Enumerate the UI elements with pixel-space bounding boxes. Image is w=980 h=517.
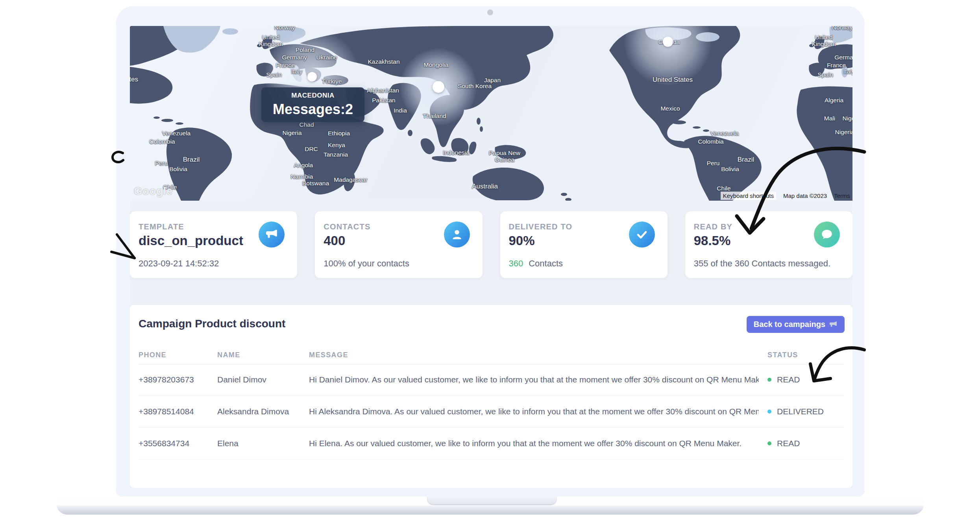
map-country-label: France xyxy=(827,62,846,68)
map-country-label: Ukraine xyxy=(316,54,337,61)
map-country-label: South Korea xyxy=(458,83,492,89)
cell-status: READ xyxy=(759,375,844,384)
stat-card-template: TEMPLATE disc_on_product 2023-09-21 14:5… xyxy=(130,211,297,278)
stat-subtext-label: Contacts xyxy=(529,258,563,268)
map-copyright: Map data ©2023 xyxy=(783,192,827,199)
map-country-label: Afghanistan xyxy=(367,87,399,94)
map-country-label: DRC xyxy=(305,146,318,152)
back-to-campaigns-button[interactable]: Back to campaings xyxy=(747,316,845,333)
map-country-label: Tanzania xyxy=(324,151,348,158)
cell-message: Hi Elena. As our valued customer, we lik… xyxy=(309,439,759,448)
keyboard-shortcuts-link[interactable]: Keyboard shortcuts xyxy=(721,192,776,200)
stat-card-contacts: CONTACTS 400 100% of your contacts xyxy=(315,211,482,278)
terms-link[interactable]: Terms xyxy=(834,192,850,199)
map-country-label: Venezuela xyxy=(162,130,190,137)
campaign-card-header: Campaign Product discount Back to campai… xyxy=(130,305,852,346)
map-country-label: Algeria xyxy=(825,97,843,103)
cell-phone: +38978514084 xyxy=(139,407,217,416)
map-country-label: Peru xyxy=(707,160,720,166)
table-row: +38978203673 Daniel Dimov Hi Daniel Dimo… xyxy=(139,364,844,396)
map-country-label: Chile xyxy=(717,185,730,192)
status-dot xyxy=(767,410,771,414)
map-country-label: Bolivia xyxy=(169,166,187,172)
map-continents xyxy=(130,26,852,201)
laptop-frame: NorwayUnited KingdomPolandGermanyUkraine… xyxy=(116,6,864,497)
map-country-label: Angola xyxy=(294,162,313,168)
map-country-label: Pakistan xyxy=(372,97,395,103)
cell-name: Daniel Dimov xyxy=(217,375,309,384)
stat-value: disc_on_product xyxy=(139,233,243,248)
check-icon xyxy=(629,222,655,247)
stat-cards-row: TEMPLATE disc_on_product 2023-09-21 14:5… xyxy=(130,211,852,278)
map-country-label: Spain xyxy=(266,71,282,78)
stat-label: TEMPLATE xyxy=(139,222,184,231)
stat-subtext: 2023-09-21 14:52:32 xyxy=(139,258,219,269)
map-country-label: Norway xyxy=(274,26,295,31)
map-tooltip: MACEDONIA Messages:2 xyxy=(261,87,364,122)
map-country-label: Colombia xyxy=(698,138,723,145)
stat-card-delivered: DELIVERED TO 90% 360Contacts xyxy=(500,211,668,278)
map-country-label: Niger xyxy=(842,115,852,122)
campaign-title: Campaign Product discount xyxy=(139,318,285,330)
map-country-label: Spain xyxy=(817,71,833,78)
cell-name: Aleksandra Dimova xyxy=(217,407,309,416)
status-label: READ xyxy=(777,439,800,448)
map-country-label: Namibia xyxy=(291,173,313,180)
cell-phone: +3556834734 xyxy=(139,439,217,448)
map-country-label: Bolivia xyxy=(721,166,739,172)
map-marker[interactable] xyxy=(433,81,444,93)
stat-value: 98.5% xyxy=(694,233,731,248)
map-country-label: Brazil xyxy=(183,156,200,164)
map-country-label: Brazil xyxy=(738,156,754,164)
map-country-label: Poland xyxy=(296,46,314,53)
map-country-label: Colombia xyxy=(149,138,175,145)
table-row: +38978514084 Aleksandra Dimova Hi Aleksa… xyxy=(139,396,844,428)
cell-message: Hi Aleksandra Dimova. As our valued cust… xyxy=(309,407,759,416)
cell-message: Hi Daniel Dimov. As our valued customer,… xyxy=(309,375,759,384)
delivered-count: 360 xyxy=(509,258,523,268)
stat-label: DELIVERED TO xyxy=(509,222,573,231)
map-country-label: Nigeria xyxy=(282,129,301,136)
map-country-label: Mali xyxy=(824,115,835,122)
world-map[interactable]: NorwayUnited KingdomPolandGermanyUkraine… xyxy=(130,26,852,201)
laptop-notch xyxy=(427,497,557,505)
stat-value: 90% xyxy=(509,233,535,248)
map-country-label: Indonesia xyxy=(443,149,469,156)
column-header-message: MESSAGE xyxy=(309,351,759,359)
map-country-label: Chad xyxy=(299,121,314,128)
user-icon xyxy=(444,222,470,247)
tooltip-messages: Messages:2 xyxy=(273,101,353,118)
status-label: READ xyxy=(777,375,800,384)
cell-phone: +38978203673 xyxy=(139,375,217,384)
campaign-card: Campaign Product discount Back to campai… xyxy=(130,305,852,488)
map-marker[interactable] xyxy=(663,37,673,47)
webcam-dot xyxy=(487,9,493,15)
map-marker[interactable] xyxy=(307,72,317,81)
map-country-label: Australia xyxy=(472,183,498,190)
map-country-label: Kazakhstan xyxy=(368,58,400,65)
map-country-label: Papua New Guinea xyxy=(483,150,527,163)
map-country-label: United Kingdom xyxy=(810,34,838,47)
megaphone-icon xyxy=(259,222,285,247)
status-dot xyxy=(767,378,771,382)
cell-status: DELIVERED xyxy=(759,407,844,416)
table-row: +3556834734 Elena Hi Elena. As our value… xyxy=(139,428,844,460)
map-country-label: Thailand xyxy=(423,113,446,119)
map-country-label: Madagascar xyxy=(334,176,367,183)
back-button-label: Back to campaings xyxy=(754,320,825,329)
column-header-status: STATUS xyxy=(759,351,844,359)
map-country-label: Mexico xyxy=(660,105,680,112)
map-country-label: Mongolia xyxy=(424,61,449,68)
page: NorwayUnited KingdomPolandGermanyUkraine… xyxy=(0,0,980,517)
map-attribution: Keyboard shortcuts Map data ©2023 Terms xyxy=(721,192,850,200)
stat-subtext: 100% of your contacts xyxy=(324,258,409,269)
map-country-label: Türkiye xyxy=(322,78,342,85)
megaphone-icon xyxy=(829,320,838,329)
stat-card-read: READ BY 98.5% 355 of the 360 Contacts me… xyxy=(685,211,852,278)
google-logo[interactable]: Google xyxy=(134,185,173,198)
map-country-label: Botswana xyxy=(302,180,329,186)
chat-icon xyxy=(814,222,840,247)
map-country-label: Peru xyxy=(155,160,168,166)
cell-status: READ xyxy=(759,439,844,448)
tooltip-country: MACEDONIA xyxy=(291,92,334,100)
